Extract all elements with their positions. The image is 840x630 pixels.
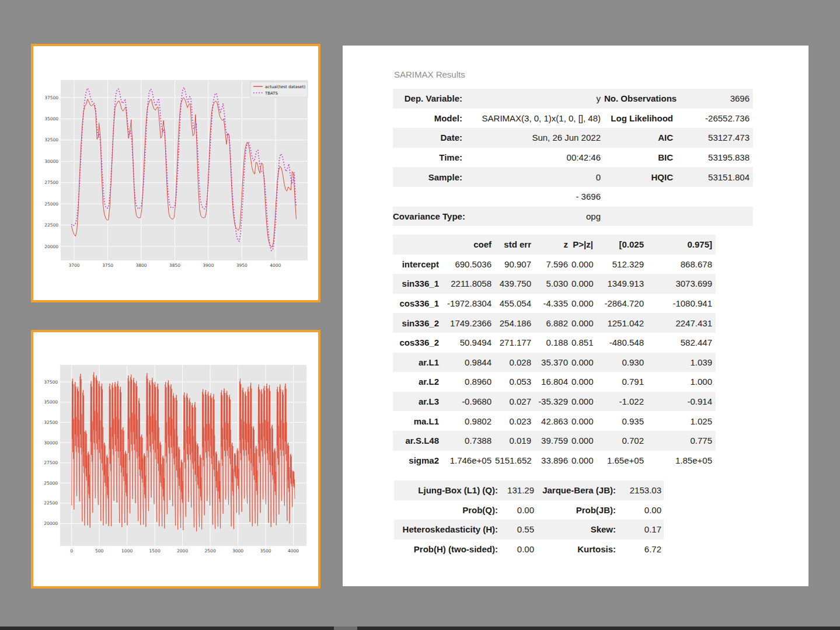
row-label: Prob(JB): [536,500,618,520]
cell-value: 2247.431 [647,313,716,333]
column-header: 0.975] [647,235,716,255]
forecast-vs-actual-chart: 2000022500250002750030000325003500037500… [33,46,318,300]
cell-value: 42.863 [535,411,571,431]
cell-value: 439.750 [495,274,535,294]
cell-value: 0.8960 [442,372,495,392]
table-row: Heteroskedasticity (H):0.55Skew:0.17 [394,520,664,539]
cell-value: 0.9844 [442,353,495,373]
bottom-window-edge-gap [334,626,357,630]
y-tick-label: 32500 [44,137,58,142]
row-label: ar.L2 [393,372,442,392]
row-label: Date: [393,128,466,148]
table-header-row: coefstd errzP>|z|[0.0250.975] [393,235,716,255]
cell-value: 5.030 [535,274,571,294]
cell-value: 690.5036 [442,255,495,274]
row-label: AIC [604,128,677,148]
full-series-chart-panel: 2000022500250002750030000325003500037500… [31,330,320,589]
cell-value: 0.027 [495,392,535,412]
cell-value: 512.329 [597,255,647,274]
cell-value: 3696 [677,89,753,109]
column-header [393,235,442,255]
cell-value [677,187,753,207]
row-label: Kurtosis: [536,539,618,559]
page-title: SARIMAX Results [394,69,465,79]
x-tick-label: 0 [70,548,73,554]
x-tick-label: 3800 [135,263,147,268]
cell-value: 7.596 [535,255,571,274]
y-tick-label: 20000 [44,244,58,249]
row-label: Jarque-Bera (JB): [536,481,618,500]
table-row: ma.L10.98020.02342.8630.0000.9351.025 [393,411,716,431]
cell-value: 254.186 [495,313,535,333]
y-tick-label: 37500 [44,95,58,100]
cell-value: 1.746e+05 [442,451,495,471]
table-row: Covariance Type:opg [393,207,753,227]
cell-value: 39.759 [535,431,571,451]
column-header: [0.025 [597,235,647,255]
cell-value: 0.000 [571,255,597,274]
cell-value: 0.028 [495,353,535,373]
cell-value: -1972.8304 [442,294,495,314]
y-tick-label: 30000 [44,159,58,164]
cell-value: 0.9802 [442,411,495,431]
cell-value: opg [466,207,604,227]
table-row: sigma21.746e+055151.65233.8960.0001.65e+… [393,451,716,471]
cell-value: 50.9494 [442,333,495,353]
row-label [604,207,677,227]
cell-value: 0.000 [571,372,597,392]
x-tick-label: 3900 [203,263,214,268]
cell-value: -1080.941 [647,294,716,314]
row-label: ar.S.L48 [393,431,442,451]
row-label: cos336_2 [393,333,442,353]
cell-value: 1.65e+05 [597,451,647,471]
cell-value: 0.000 [571,294,597,314]
cell-value: 0.00 [500,539,536,559]
cell-value: 0.000 [571,353,597,373]
cell-value: 1251.042 [597,313,647,333]
x-tick-label: 2000 [177,548,188,554]
cell-value: 0.053 [495,372,535,392]
cell-value: 0 [466,167,604,187]
column-header: coef [442,235,495,255]
row-label: BIC [604,148,677,168]
cell-value: 2153.03 [618,481,664,500]
row-label: intercept [393,255,442,274]
cell-value: 53151.804 [677,167,753,187]
cell-value: 0.019 [495,431,535,451]
x-tick-label: 4000 [270,263,281,268]
row-label: sin336_1 [393,274,442,294]
y-tick-label: 32500 [44,420,58,425]
cell-value: 868.678 [647,255,716,274]
y-tick-label: 22500 [44,222,58,228]
row-label: Covariance Type: [393,207,466,227]
sarimax-results-panel: SARIMAX Results Dep. Variable:yNo. Obser… [343,46,808,586]
row-label: cos336_1 [393,294,442,314]
cell-value: 0.000 [571,313,597,333]
table-row: Prob(Q):0.00Prob(JB):0.00 [394,500,664,520]
model-summary-table: Dep. Variable:yNo. Observations:3696Mode… [393,89,753,226]
y-tick-label: 22500 [44,500,58,506]
cell-value: -35.329 [535,392,571,412]
cell-value: 1.000 [647,372,716,392]
cell-value: SARIMAX(3, 0, 1)x(1, 0, [], 48) [466,109,604,128]
row-label: sigma2 [393,451,442,471]
cell-value: 33.896 [535,451,571,471]
cell-value: 1.025 [647,411,716,431]
table-row: Sample:0HQIC53151.804 [393,167,753,187]
cell-value: -0.9680 [442,392,495,412]
table-row: cos336_250.9494271.1770.1880.851-480.548… [393,333,716,353]
cell-value: 1.039 [647,353,716,373]
row-label: No. Observations: [604,89,677,109]
table-row: Date:Sun, 26 Jun 2022AIC53127.473 [393,128,753,148]
row-label: ar.L3 [393,392,442,412]
bottom-window-edge-left [0,626,334,630]
table-row: Ljung-Box (L1) (Q):131.29Jarque-Bera (JB… [394,481,664,500]
x-tick-label: 500 [95,548,104,554]
cell-value: 0.188 [535,333,571,353]
legend-label: TBATS [264,91,278,96]
row-label: ma.L1 [393,411,442,431]
x-tick-label: 3950 [236,263,248,268]
coefficients-table: coefstd errzP>|z|[0.0250.975]intercept69… [393,235,716,470]
table-row: Prob(H) (two-sided):0.00Kurtosis:6.72 [394,539,664,559]
cell-value: 0.851 [571,333,597,353]
